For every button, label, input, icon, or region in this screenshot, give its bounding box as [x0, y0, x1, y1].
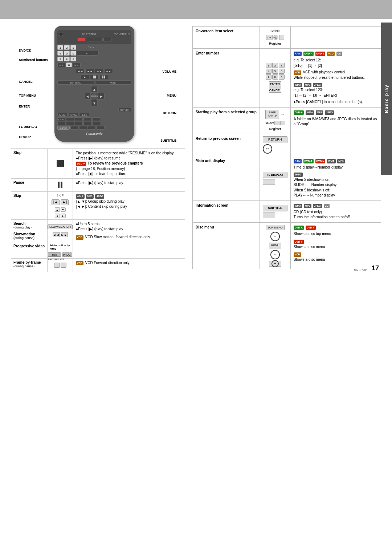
dpad-down[interactable]: ▼	[91, 100, 98, 106]
subtitle-icon: SUBTITLE	[263, 205, 287, 211]
search-icon-area: SLOW/SEARCH ◄◄ ►►	[48, 220, 73, 242]
stop-btn[interactable]	[90, 74, 99, 79]
ff2-btn[interactable]: ◄◄	[85, 69, 94, 73]
num-7-btn[interactable]: 7	[57, 57, 63, 61]
basic-play-sidebar: Basic play	[381, 23, 392, 175]
disc-btn[interactable]	[103, 38, 111, 41]
frame-desc: VCD VCD Forward direction only.	[73, 259, 185, 272]
main-unit-display-row: Main unit display FL DISPLAY RAM DVD-A D…	[193, 156, 381, 200]
btn-z3[interactable]	[88, 126, 96, 130]
play-btn[interactable]: ►	[81, 74, 89, 79]
tuner-btn[interactable]	[86, 38, 94, 41]
thermo-btn[interactable]	[95, 38, 103, 41]
btn-y2[interactable]	[66, 122, 74, 125]
remote-diagram: DVD/CD Numbered buttons CANCEL TOP MENU …	[18, 26, 178, 142]
dpad-right[interactable]: ►	[98, 93, 105, 100]
btn-x3[interactable]	[83, 117, 91, 121]
num-5-btn[interactable]: 5	[64, 51, 70, 56]
pause-btn[interactable]	[99, 74, 108, 79]
return-row: Return to previous screen RETURN ↩	[193, 134, 381, 156]
progressive-desc	[73, 242, 185, 258]
starting-play-icon: PAGEGROUP → Select	[260, 107, 290, 134]
main-unit-icon: FL DISPLAY	[260, 156, 290, 200]
callout-enter: ENTER	[19, 105, 30, 108]
btn-z4[interactable]	[97, 126, 105, 130]
volume-btn[interactable]: + –	[77, 51, 99, 56]
disc-menu-desc: DVD-A DVD-V Shows a disc top menu DVD-V …	[290, 222, 381, 269]
btn-x4[interactable]	[92, 117, 100, 121]
basic-play-label: Basic play	[384, 84, 389, 113]
pause-row: Pause ●Press [▶] (play) to start play.	[11, 179, 185, 192]
num-3-btn[interactable]: 3	[70, 45, 76, 50]
enter-number-row: Enter number 1 2 3 4 5 6 7 8 9	[193, 49, 381, 107]
next-btn[interactable]: ►►	[104, 69, 113, 73]
onscreen-row: On-screen item select Select ↑→ ◎ R	[193, 27, 381, 49]
dpad-up[interactable]: ▲	[91, 86, 98, 93]
info-desc: WMA MP3 JPEG CD CD (CD text only) Turns …	[290, 200, 381, 222]
frame-next-icon	[61, 263, 66, 268]
stop-label: Stop	[11, 149, 48, 178]
callout-top-menu: TOP MENU	[19, 94, 36, 97]
surround-btn[interactable]: SURR	[79, 113, 89, 117]
fl-display-icon: FL DISPLAY	[263, 172, 287, 178]
cancel-btn[interactable]: ⊲⊲	[57, 62, 65, 67]
remote-control: AV SYSTEM TV VCR/AUX	[54, 26, 134, 142]
right-table: On-screen item select Select ↑→ ◎ R	[192, 26, 381, 269]
btn-y3[interactable]	[75, 122, 83, 125]
progressive-label: Progressive video	[11, 242, 48, 258]
frame-prev-icon	[54, 263, 60, 268]
tv-vol-btn[interactable]: TV VOL-	[57, 113, 68, 117]
power-btn[interactable]	[59, 32, 63, 36]
starting-play-row: Starting play from a selected group PAGE…	[193, 107, 381, 134]
group-btn-remote[interactable]: GROUP	[57, 126, 70, 130]
number-grid: 1 2 3 4 5 6 7 8 9	[266, 63, 285, 80]
num-4-btn[interactable]: 4	[57, 51, 63, 56]
num-2-btn[interactable]: 2	[64, 45, 70, 50]
return-btn[interactable]: RETURN	[118, 108, 131, 112]
prev-btn[interactable]: ◄◄	[95, 69, 103, 73]
btn-z1[interactable]	[70, 126, 78, 130]
dpad-left[interactable]: ◄	[84, 93, 91, 100]
return-label: Return to previous screen	[193, 134, 260, 156]
menu-btn[interactable]: MENU	[95, 80, 132, 85]
sleep-btn[interactable]	[77, 38, 85, 41]
onscreen-select-icon: ↑→	[266, 35, 273, 40]
num-0-btn[interactable]: 0	[66, 62, 72, 67]
rds-progressive-btn[interactable]: RDS PROGRESSIVE	[48, 252, 61, 257]
num-1-btn[interactable]: 1	[57, 45, 63, 50]
btn-y4[interactable]	[83, 122, 91, 125]
top-menu-btn[interactable]: TOP MENU	[57, 80, 94, 85]
right-column: On-screen item select Select ↑→ ◎ R	[192, 26, 381, 272]
starting-play-label: Starting play from a selected group	[193, 107, 260, 134]
num-6-btn[interactable]: 6	[70, 51, 76, 56]
dpad-area: ▲ ▼ ◄ ► ENTER	[57, 86, 131, 106]
cem-btn[interactable]: C.E.M.	[57, 117, 65, 121]
btn-x2[interactable]	[75, 117, 83, 121]
page-btn[interactable]: PAGEGROUP	[265, 110, 279, 119]
btn-x1[interactable]	[66, 117, 74, 121]
btn-y1[interactable]	[57, 122, 65, 125]
num-9-btn[interactable]: 9	[70, 57, 76, 61]
main-unit-label: Main unit display	[193, 156, 260, 200]
callout-menu: MENU	[167, 94, 177, 97]
callout-volume: VOLUME	[162, 70, 176, 73]
callout-subtitle: SUBTITLE	[160, 139, 176, 142]
pause-icon	[58, 182, 62, 188]
rew-btn[interactable]: ◄◄	[76, 69, 85, 73]
cancel-icon: CANCEL	[269, 88, 281, 93]
prog-btn[interactable]: PROG.	[62, 252, 72, 257]
skip-row: Skip SKIP |◄ ►| ▲ ▼ ◄	[11, 192, 185, 220]
tv-vol2-btn[interactable]: TV VOL+	[68, 113, 78, 117]
btn-z2[interactable]	[79, 126, 87, 130]
stop-icon	[57, 160, 64, 167]
ff-btn[interactable]: ⊳⊳	[73, 62, 81, 67]
stop-dvdv-badge: DVD-V	[76, 162, 86, 166]
enter-number-label: Enter number	[193, 49, 260, 107]
enter-center-btn[interactable]: ENTER	[91, 93, 98, 100]
enter-number-icon: 1 2 3 4 5 6 7 8 9 ENTER	[260, 49, 290, 107]
remote-logo: Panasonic	[57, 132, 131, 135]
left-column: DVD/CD Numbered buttons CANCEL TOP MENU …	[11, 26, 185, 272]
search-label: Search (during play) Slow-motion (during…	[11, 220, 48, 242]
btn-y5[interactable]	[92, 122, 100, 125]
num-8-btn[interactable]: 8	[64, 57, 70, 61]
